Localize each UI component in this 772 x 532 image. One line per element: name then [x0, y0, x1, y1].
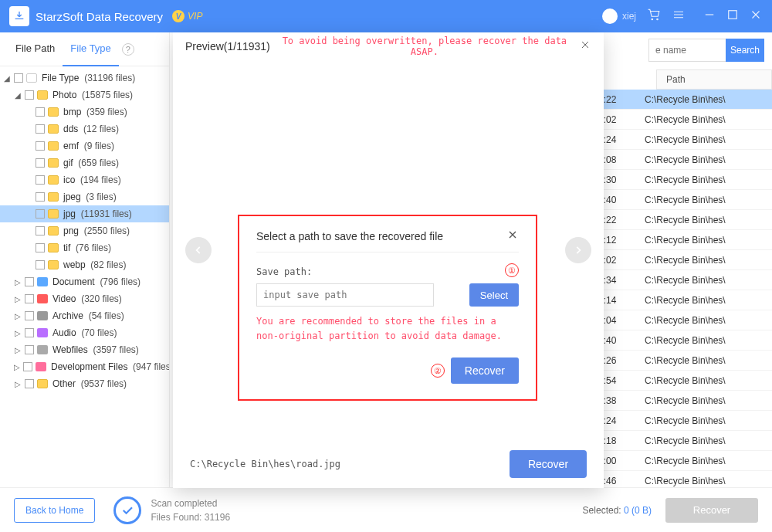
caret-icon[interactable]: ▷	[14, 312, 22, 320]
tree-node-dds[interactable]: dds (12 files)	[0, 120, 169, 137]
checkbox[interactable]	[25, 379, 34, 388]
tree-node-bmp[interactable]: bmp (359 files)	[0, 103, 169, 120]
result-row[interactable]: 6:12C:\Recycle Bin\hes\	[598, 230, 772, 250]
result-row[interactable]: 0:02C:\Recycle Bin\hes\	[598, 110, 772, 130]
folder-icon	[48, 107, 59, 117]
result-row[interactable]: 4:40C:\Recycle Bin\hes\	[598, 330, 772, 351]
checkbox[interactable]	[25, 311, 34, 320]
checkbox[interactable]	[25, 294, 34, 303]
tree-node-jpeg[interactable]: jpeg (3 files)	[0, 188, 169, 205]
search-input[interactable]	[648, 39, 726, 62]
maximize-icon[interactable]	[726, 8, 740, 25]
file-type-tree[interactable]: ◢File Type (31196 files)◢Photo (15875 fi…	[0, 66, 169, 487]
caret-icon[interactable]: ▷	[14, 363, 20, 371]
preview-close-icon[interactable]	[579, 39, 591, 54]
tree-node-tif[interactable]: tif (76 files)	[0, 239, 169, 256]
caret-icon[interactable]: ◢	[14, 91, 22, 100]
checkbox[interactable]	[36, 141, 45, 151]
checkbox[interactable]	[36, 107, 45, 117]
tree-node-video[interactable]: ▷Video (320 files)	[0, 290, 169, 307]
checkbox[interactable]	[14, 73, 23, 83]
result-row[interactable]: 9:24C:\Recycle Bin\hes\	[598, 130, 772, 150]
tree-node-development-files[interactable]: ▷Development Files (947 files)	[0, 358, 169, 375]
tree-node-webfiles[interactable]: ▷Webfiles (3597 files)	[0, 341, 169, 358]
tree-count: (3 files)	[86, 191, 116, 202]
tree-count: (76 files)	[76, 242, 111, 253]
user-avatar-icon[interactable]	[602, 8, 618, 24]
tab-file-path[interactable]: File Path	[8, 32, 63, 66]
tree-node-other[interactable]: ▷Other (9537 files)	[0, 375, 169, 392]
close-window-icon[interactable]	[749, 8, 763, 25]
checkbox[interactable]	[25, 328, 34, 337]
checkbox[interactable]	[36, 209, 45, 219]
save-dialog-close-icon[interactable]	[506, 229, 519, 244]
caret-icon[interactable]: ▷	[14, 278, 22, 286]
tree-node-audio[interactable]: ▷Audio (70 files)	[0, 324, 169, 341]
preview-next-icon[interactable]	[565, 237, 591, 263]
results-list[interactable]: 0:22C:\Recycle Bin\hes\0:02C:\Recycle Bi…	[598, 90, 772, 487]
tree-node-document[interactable]: ▷Document (796 files)	[0, 273, 169, 290]
result-row[interactable]: 8:30C:\Recycle Bin\hes\	[598, 170, 772, 190]
caret-icon[interactable]: ▷	[14, 380, 22, 388]
caret-icon[interactable]: ▷	[14, 329, 22, 337]
back-home-button[interactable]: Back to Home	[14, 498, 95, 523]
result-row[interactable]: 3:24C:\Recycle Bin\hes\	[598, 411, 772, 431]
help-icon[interactable]: ?	[122, 43, 134, 56]
left-tabs: File Path File Type ?	[0, 32, 169, 66]
tree-node-gif[interactable]: gif (659 files)	[0, 154, 169, 171]
checkbox[interactable]	[36, 226, 45, 236]
preview-prev-icon[interactable]	[185, 237, 212, 263]
tab-file-type[interactable]: File Type	[63, 32, 119, 66]
result-row[interactable]: 3:54C:\Recycle Bin\hes\	[598, 371, 772, 391]
result-row[interactable]: 5:04C:\Recycle Bin\hes\	[598, 310, 772, 330]
checkbox[interactable]	[25, 90, 34, 100]
caret-icon[interactable]: ◢	[3, 74, 11, 83]
checkbox[interactable]	[36, 260, 45, 269]
folder-icon	[48, 226, 59, 236]
tree-node-ico[interactable]: ico (194 files)	[0, 171, 169, 188]
result-row[interactable]: 6:40C:\Recycle Bin\hes\	[598, 190, 772, 210]
result-path: C:\Recycle Bin\hes\	[637, 476, 726, 486]
tree-label: jpeg	[63, 191, 81, 202]
result-row[interactable]: 1:46C:\Recycle Bin\hes\	[598, 471, 772, 487]
checkbox[interactable]	[36, 243, 45, 252]
result-row[interactable]: 3:38C:\Recycle Bin\hes\	[598, 391, 772, 411]
checkbox[interactable]	[36, 124, 45, 134]
tree-node-file-type[interactable]: ◢File Type (31196 files)	[0, 69, 169, 86]
caret-icon[interactable]: ▷	[14, 295, 22, 303]
preview-recover-button[interactable]: Recover	[510, 450, 587, 478]
result-row[interactable]: 4:26C:\Recycle Bin\hes\	[598, 351, 772, 371]
checkbox[interactable]	[36, 192, 45, 202]
menu-icon[interactable]	[672, 8, 686, 25]
tree-node-photo[interactable]: ◢Photo (15875 files)	[0, 86, 169, 103]
save-recover-button[interactable]: Recover	[451, 357, 519, 384]
result-path: C:\Recycle Bin\hes\	[637, 375, 726, 386]
save-path-input[interactable]	[256, 283, 434, 307]
tree-node-webp[interactable]: webp (82 files)	[0, 256, 169, 273]
checkbox[interactable]	[36, 158, 45, 168]
cart-icon[interactable]	[647, 8, 661, 25]
result-row[interactable]: 6:22C:\Recycle Bin\hes\	[598, 210, 772, 230]
result-row[interactable]: 0:22C:\Recycle Bin\hes\	[598, 90, 772, 110]
tree-node-archive[interactable]: ▷Archive (54 files)	[0, 307, 169, 324]
minimize-icon[interactable]	[703, 8, 716, 25]
result-path: C:\Recycle Bin\hes\	[637, 114, 726, 125]
checkbox[interactable]	[25, 277, 34, 286]
select-path-button[interactable]: Select	[469, 283, 519, 307]
result-row[interactable]: 6:02C:\Recycle Bin\hes\	[598, 250, 772, 270]
result-row[interactable]: 2:00C:\Recycle Bin\hes\	[598, 451, 772, 471]
tree-node-jpg[interactable]: jpg (11931 files)	[0, 205, 169, 222]
result-row[interactable]: 5:34C:\Recycle Bin\hes\	[598, 270, 772, 290]
tree-node-emf[interactable]: emf (9 files)	[0, 137, 169, 154]
result-row[interactable]: 2:18C:\Recycle Bin\hes\	[598, 431, 772, 451]
result-row[interactable]: 5:14C:\Recycle Bin\hes\	[598, 290, 772, 310]
tree-count: (2550 files)	[84, 225, 130, 236]
checkbox[interactable]	[25, 345, 34, 354]
caret-icon[interactable]: ▷	[14, 346, 22, 354]
checkbox[interactable]	[36, 175, 45, 185]
tree-node-png[interactable]: png (2550 files)	[0, 222, 169, 239]
checkbox[interactable]	[23, 362, 32, 371]
result-row[interactable]: 9:08C:\Recycle Bin\hes\	[598, 150, 772, 170]
search-button[interactable]: Search	[726, 39, 764, 62]
recover-footer-button[interactable]: Recover	[665, 498, 758, 523]
